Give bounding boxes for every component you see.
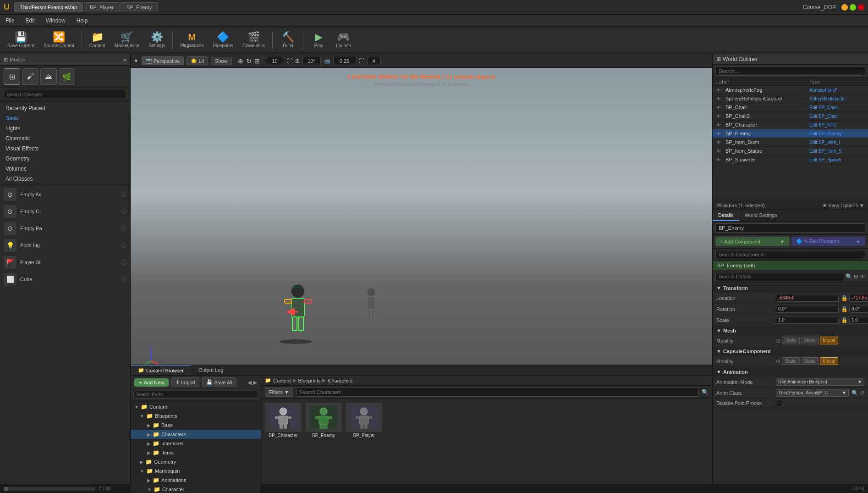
launch-button[interactable]: 🎮 Launch [332,30,355,50]
point-light-info[interactable]: ⓘ [121,242,126,249]
tree-item-base[interactable]: ▶ 📁 Base [131,421,261,430]
capsule-movable-button[interactable]: Moval [820,357,839,365]
lock-x-icon[interactable]: 🔒 [841,295,848,301]
blueprints-button[interactable]: 🔷 Blueprints [209,30,236,50]
tree-item-geometry[interactable]: ▶ 📁 Geometry [131,457,261,466]
capsule-static-button[interactable]: Static [782,357,800,365]
cube-info[interactable]: ⓘ [121,276,126,283]
rotation-y-input[interactable] [849,305,868,313]
import-button[interactable]: ⬇ Import [171,377,199,387]
lock-rx-icon[interactable]: 🔒 [841,306,848,312]
edit-blueprint-button[interactable]: 🔷 ✎ Edit Blueprint ▼ [791,237,866,246]
anim-reset-icon[interactable]: ↺ [860,390,864,396]
grid-input[interactable] [367,57,381,65]
category-volumes[interactable]: Volumes [0,164,130,174]
outliner-item-bp-chair[interactable]: 👁 BP_Chair Edit BP_Chair [713,103,868,112]
actor-name-input[interactable] [715,223,865,233]
outliner-item-bp-item-statue[interactable]: 👁 BP_Item_Statue Edit BP_Item_S [713,147,868,155]
visibility-icon[interactable]: 👁 [716,96,724,101]
list-item[interactable]: 💡 Point Lig ⓘ [0,237,130,254]
add-component-button[interactable]: + Add Component ▼ [715,237,790,246]
asset-item-bp-player[interactable]: BP_Player [346,403,382,438]
tab-map[interactable]: ThirdPersonExampleMap [14,2,83,12]
empty-pawn-info[interactable]: ⓘ [121,225,126,233]
menu-file[interactable]: File [4,17,16,25]
list-item[interactable]: 🚩 Player St ⓘ [0,254,130,271]
visibility-icon[interactable]: 👁 [716,131,724,136]
details-search-input[interactable] [715,272,844,281]
viewport-menu-icon[interactable]: ▼ [133,58,139,64]
transform-section-header[interactable]: ▼ Transform [713,283,868,293]
list-item[interactable]: ⬜ Cube ⓘ [0,271,130,288]
transform-icon[interactable]: ⊕ [238,57,243,65]
tree-item-interfaces[interactable]: ▶ 📁 Interfaces [131,439,261,448]
outliner-item-bp-spawner[interactable]: 👁 BP_Spawner Edit BP_Spawn [713,155,868,164]
tree-item-character[interactable]: ▼ 📁 Character [131,485,261,493]
tab-details[interactable]: Details [713,210,739,221]
location-y-input[interactable] [849,294,868,302]
animation-section-header[interactable]: ▼ Animation [713,367,868,377]
category-recently-placed[interactable]: Recently Placed [0,103,130,113]
list-item[interactable]: ⊙ Empty Pa ⓘ [0,220,130,237]
list-item[interactable]: ⊙ Empty Ac ⓘ [0,186,130,203]
rotate-icon[interactable]: ↻ [246,57,252,65]
category-basic[interactable]: Basic [0,113,130,123]
capsule-mobility-radio-icon[interactable]: ⊙ [776,358,780,365]
asset-item-bp-character[interactable]: BP_Character [265,403,302,438]
anim-class-dropdown[interactable]: ThirdPerson_AnimBP_C ▼ [776,389,849,397]
category-all-classes[interactable]: All Classes [0,174,130,184]
asset-search-input[interactable] [296,388,699,397]
category-visual-effects[interactable]: Visual Effects [0,144,130,154]
list-item[interactable]: ⊙ Empty Cl ⓘ [0,203,130,220]
source-control-button[interactable]: 🔀 Source Control [40,30,78,50]
settings-button[interactable]: ⚙️ Settings [145,30,169,50]
snap-icon[interactable]: ⛶ [287,58,292,64]
close-button[interactable] [858,4,864,11]
category-cinematic[interactable]: Cinematic [0,133,130,144]
scale-x-input[interactable] [776,316,839,324]
capsule-section-header[interactable]: ▼ CapsuleComponent [713,346,868,356]
mesh-section-header[interactable]: ▼ Mesh [713,326,868,335]
visibility-icon[interactable]: 👁 [716,122,724,127]
minimize-button[interactable] [841,4,848,11]
snap-input[interactable] [333,57,356,65]
nav-back-button[interactable]: ◀ [247,379,252,386]
static-button[interactable]: Static [782,337,800,344]
scale-icon[interactable]: ⊞ [254,57,260,65]
fov-input[interactable] [266,57,284,65]
breadcrumb-characters[interactable]: Characters [328,378,352,383]
outliner-item-bp-character[interactable]: 👁 BP_Character Edit BP_NPC [713,121,868,129]
category-geometry[interactable]: Geometry [0,154,130,164]
details-search-icon[interactable]: 🔍 [846,273,852,280]
visibility-icon[interactable]: 👁 [716,88,724,93]
category-lights[interactable]: Lights [0,123,130,133]
filters-button[interactable]: Filters ▼ [265,388,293,397]
tab-bp-player[interactable]: BP_Player [84,2,120,12]
breadcrumb-blueprints[interactable]: Blueprints [298,378,321,383]
empty-actor-info[interactable]: ⓘ [121,191,126,199]
scale-y-input[interactable] [849,316,868,324]
save-current-button[interactable]: 💾 Save Current [4,30,38,50]
tree-item-blueprints[interactable]: ▼ 📁 Blueprints [131,411,261,421]
fov2-input[interactable] [302,57,321,65]
outliner-item-bp-enemy[interactable]: 👁 BP_Enemy Edit BP_Enemy [713,129,868,138]
tree-item-mannequin[interactable]: ▼ 📁 Mannequin [131,466,261,476]
play-button[interactable]: ▶ Play [307,30,330,50]
tree-item-content[interactable]: ▼ 📁 Content [131,402,261,411]
menu-help[interactable]: Help [75,17,90,25]
breadcrumb-content[interactable]: Content [273,378,291,383]
paths-search-input[interactable] [133,391,258,399]
location-x-input[interactable] [776,294,839,302]
lit-button[interactable]: 🌟 Lit [187,56,208,65]
movable-button[interactable]: Moval [820,337,839,344]
place-mode-button[interactable]: ⊞ [4,68,20,85]
tree-item-animations[interactable]: ▶ 📁 Animations [131,476,261,485]
menu-edit[interactable]: Edit [23,17,37,25]
outliner-search-input[interactable] [715,66,865,76]
cinematics-button[interactable]: 🎬 Cinematics [239,30,269,50]
expand-icon[interactable]: ⛶ [359,58,364,64]
add-new-button[interactable]: + Add New [134,378,169,387]
outliner-item-sphere-capture[interactable]: 👁 SphereReflectionCapture SphereReflecti… [713,94,868,103]
maximize-button[interactable] [850,4,856,11]
mobility-radio-icon[interactable]: ⊙ [776,338,780,344]
